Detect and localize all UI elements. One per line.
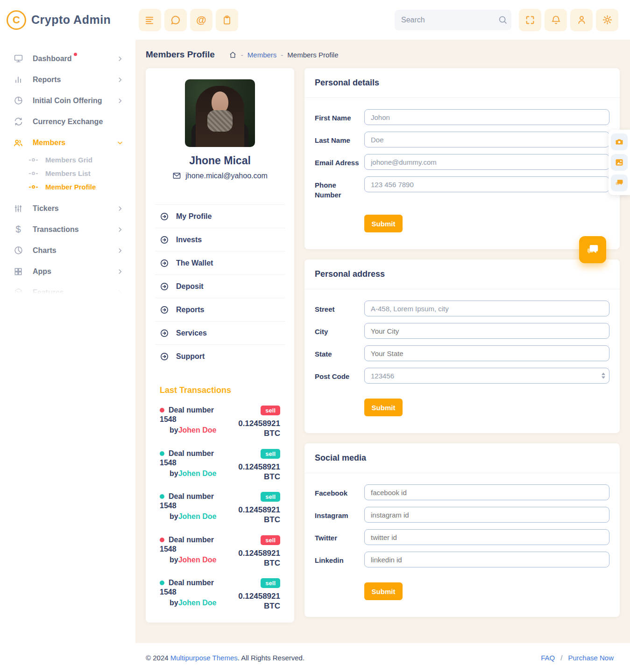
copyright-text: © 2024 Multipurpose Themes. All Rights R… bbox=[146, 654, 304, 662]
sidebar-item-apps[interactable]: Apps bbox=[0, 261, 135, 282]
by-label: by bbox=[170, 556, 178, 564]
status-dot bbox=[160, 538, 164, 542]
post-code-input[interactable] bbox=[364, 368, 609, 384]
first-name-input[interactable] bbox=[364, 109, 609, 125]
member-name: Jhone Mical bbox=[155, 154, 285, 167]
transaction-amount: 0.12458921 BTC bbox=[237, 462, 280, 482]
image-button[interactable] bbox=[611, 154, 628, 171]
street-input[interactable] bbox=[364, 301, 609, 316]
brand-logo[interactable]: C Crypto Admin bbox=[0, 10, 135, 30]
grid-icon bbox=[13, 267, 23, 276]
search-icon[interactable] bbox=[498, 15, 508, 25]
counterparty-name: Johen Doe bbox=[178, 469, 217, 477]
sidebar-item-features[interactable]: Features bbox=[0, 282, 135, 303]
sidebar-item-reports[interactable]: Reports bbox=[0, 69, 135, 90]
mentions-button[interactable]: @ bbox=[190, 9, 212, 31]
profile-menu-item-my-profile[interactable]: My Profile bbox=[155, 204, 285, 228]
fullscreen-button[interactable] bbox=[519, 9, 541, 31]
pie-chart-icon bbox=[13, 245, 23, 255]
profile-button[interactable] bbox=[570, 9, 593, 31]
sidebar-item-charts[interactable]: Charts bbox=[0, 240, 135, 261]
sidebar-item-label: Currency Exchange bbox=[33, 118, 103, 126]
envelope-icon bbox=[172, 171, 181, 180]
profile-menu-item-deposit[interactable]: Deposit bbox=[155, 274, 285, 298]
sidebar-item-currency-exchange[interactable]: Currency Exchange bbox=[0, 111, 135, 132]
card-title: Personal details bbox=[315, 78, 379, 88]
menu-item-label: Services bbox=[176, 329, 207, 337]
linkedin-input[interactable] bbox=[364, 552, 609, 567]
deal-label: Deal number 1548 bbox=[160, 535, 223, 554]
profile-menu-item-the-wallet[interactable]: The Wallet bbox=[155, 251, 285, 274]
subitem-label: Members List bbox=[45, 169, 91, 177]
field-label-linkedin: Linkedin bbox=[315, 552, 361, 565]
search-input[interactable] bbox=[401, 16, 498, 24]
counterparty-name: Johen Doe bbox=[178, 556, 217, 564]
personal-details-submit-button[interactable]: Submit bbox=[364, 215, 403, 232]
clipboard-button[interactable] bbox=[216, 9, 238, 31]
sidebar-subitem-members-grid[interactable]: Members Grid bbox=[0, 153, 135, 167]
field-label-first-name: First Name bbox=[315, 109, 361, 123]
profile-photo bbox=[185, 79, 255, 147]
field-label-facebook: Facebook bbox=[315, 484, 361, 498]
breadcrumb-link-members[interactable]: Members bbox=[248, 51, 277, 59]
number-stepper-icon[interactable] bbox=[602, 373, 605, 379]
purchase-now-link[interactable]: Purchase Now bbox=[568, 654, 614, 662]
state-input[interactable] bbox=[364, 345, 609, 361]
instagram-input[interactable] bbox=[364, 507, 609, 523]
social-media-submit-button[interactable]: Submit bbox=[364, 582, 403, 600]
transaction-row[interactable]: Deal number 1548 byJohen Doe sell 0.1245… bbox=[160, 578, 280, 611]
last-transactions-title: Last Transactions bbox=[160, 385, 285, 395]
home-icon[interactable] bbox=[229, 51, 237, 59]
last-name-input[interactable] bbox=[364, 132, 609, 147]
sidebar-item-tickers[interactable]: Tickers bbox=[0, 198, 135, 219]
profile-menu-item-support[interactable]: Support bbox=[155, 344, 285, 368]
profile-menu-item-services[interactable]: Services bbox=[155, 321, 285, 344]
profile-menu-item-invests[interactable]: Invests bbox=[155, 228, 285, 251]
phone-number-input[interactable] bbox=[364, 176, 609, 192]
camera-button[interactable] bbox=[611, 133, 628, 150]
sidebar-item-initial-coin-offering[interactable]: Initial Coin Offering bbox=[0, 90, 135, 111]
menu-toggle-button[interactable] bbox=[139, 9, 161, 31]
facebook-input[interactable] bbox=[364, 484, 609, 500]
transaction-row[interactable]: Deal number 1548 byJohen Doe sell 0.1245… bbox=[160, 535, 280, 568]
chat-button[interactable] bbox=[164, 9, 187, 31]
arrow-circle-icon bbox=[160, 212, 169, 221]
settings-button[interactable] bbox=[596, 9, 618, 31]
sidebar: Dashboard Reports Initial Coin Offering … bbox=[0, 40, 135, 643]
chat-fab-button[interactable] bbox=[579, 236, 606, 263]
city-input[interactable] bbox=[364, 323, 609, 339]
sell-badge: sell bbox=[261, 578, 280, 588]
transaction-amount: 0.12458921 BTC bbox=[237, 548, 280, 568]
multipurpose-themes-link[interactable]: Multipurpose Themes bbox=[170, 654, 238, 662]
sidebar-item-transactions[interactable]: $ Transactions bbox=[0, 219, 135, 240]
chat-panel-button[interactable] bbox=[611, 175, 628, 191]
email-input[interactable] bbox=[364, 154, 609, 170]
bar-chart-icon bbox=[13, 75, 23, 84]
twitter-input[interactable] bbox=[364, 529, 609, 545]
menu-item-label: My Profile bbox=[176, 212, 212, 221]
member-email-text: jhone.mical@yahoo.com bbox=[185, 172, 267, 180]
card-title: Social media bbox=[315, 453, 366, 463]
notifications-button[interactable] bbox=[545, 9, 567, 31]
footer-divider: / bbox=[560, 654, 562, 662]
profile-menu-item-reports[interactable]: Reports bbox=[155, 298, 285, 321]
chevron-right-icon bbox=[117, 268, 123, 275]
transaction-row[interactable]: Deal number 1548 byJohen Doe sell 0.1245… bbox=[160, 492, 280, 525]
status-dot bbox=[160, 494, 164, 499]
main-content: Members Profile - Members - Members Prof… bbox=[135, 40, 630, 643]
personal-address-submit-button[interactable]: Submit bbox=[364, 399, 403, 416]
sidebar-subitem-member-profile[interactable]: Member Profile bbox=[0, 180, 135, 194]
camera-icon bbox=[615, 137, 624, 147]
sidebar-item-dashboard[interactable]: Dashboard bbox=[0, 48, 135, 69]
personal-address-card: Personal address Street City State bbox=[304, 259, 620, 433]
arrow-circle-icon bbox=[160, 235, 169, 245]
faq-link[interactable]: FAQ bbox=[541, 654, 555, 662]
bell-icon bbox=[551, 14, 561, 25]
transaction-row[interactable]: Deal number 1548 byJohen Doe sell 0.1245… bbox=[160, 406, 280, 439]
field-label-last-name: Last Name bbox=[315, 132, 361, 145]
transaction-row[interactable]: Deal number 1548 byJohen Doe sell 0.1245… bbox=[160, 449, 280, 482]
sidebar-item-label: Members bbox=[33, 139, 65, 147]
breadcrumb: Members Profile - Members - Members Prof… bbox=[146, 47, 620, 62]
sidebar-item-members[interactable]: Members bbox=[0, 132, 135, 153]
sidebar-subitem-members-list[interactable]: Members List bbox=[0, 167, 135, 180]
